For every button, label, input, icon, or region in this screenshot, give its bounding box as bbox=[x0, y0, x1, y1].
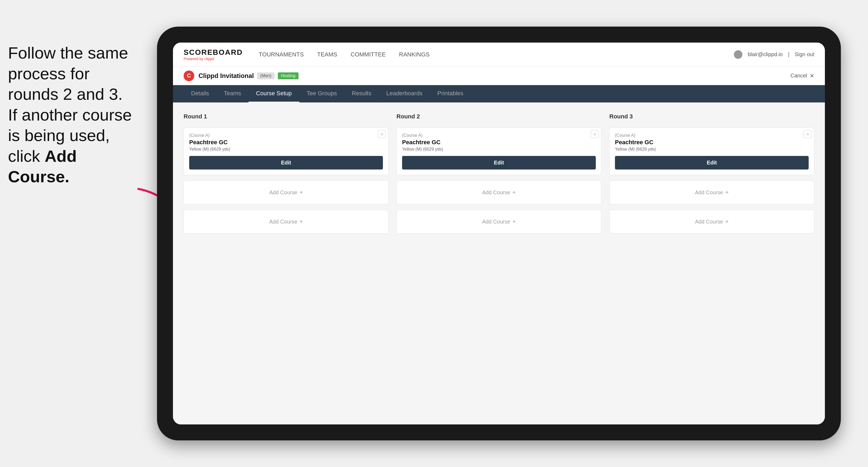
event-logo-icon: C bbox=[184, 70, 194, 81]
round-2-title: Round 2 bbox=[397, 113, 601, 120]
round-3-course-card-wrapper: (Course A) Peachtree GC Yellow (M) (6629… bbox=[609, 127, 814, 175]
round-3-add-course-plus-2: + bbox=[725, 218, 728, 225]
add-course-emphasis: Add Course. bbox=[8, 147, 76, 186]
tablet-frame: SCOREBOARD Powered by clippd TOURNAMENTS… bbox=[157, 27, 841, 440]
round-1-course-card-wrapper: (Course A) Peachtree GC Yellow (M) (6629… bbox=[184, 127, 389, 175]
sign-out-link[interactable]: Sign out bbox=[795, 51, 814, 58]
tablet-screen: SCOREBOARD Powered by clippd TOURNAMENTS… bbox=[173, 42, 825, 425]
round-3-course-details: Yellow (M) (6629 yds) bbox=[615, 147, 809, 152]
nav-pipe: | bbox=[788, 51, 789, 58]
main-content: Round 1 (Course A) Peachtree GC Yellow (… bbox=[173, 102, 825, 425]
round-3-course-label: (Course A) bbox=[615, 133, 809, 138]
logo-sub: Powered by clippd bbox=[184, 57, 243, 61]
round-3-column: Round 3 (Course A) Peachtree GC Yellow (… bbox=[609, 113, 814, 234]
round-3-add-course-card-2[interactable]: Add Course + bbox=[609, 210, 814, 234]
round-2-add-course-plus-1: + bbox=[512, 189, 516, 196]
nav-committee[interactable]: COMMITTEE bbox=[351, 51, 386, 58]
round-2-remove-button[interactable]: ○ bbox=[591, 130, 599, 138]
sub-header: C Clippd Invitational (Men) Hosting Canc… bbox=[173, 66, 825, 85]
nav-right: blair@clippd.io | Sign out bbox=[734, 50, 814, 59]
tab-leaderboards[interactable]: Leaderboards bbox=[379, 85, 430, 102]
round-2-add-course-card-1[interactable]: Add Course + bbox=[397, 180, 601, 205]
logo-scoreboard: SCOREBOARD bbox=[184, 48, 243, 57]
user-avatar bbox=[734, 50, 742, 59]
event-gender-badge: (Men) bbox=[257, 72, 275, 79]
nav-teams[interactable]: TEAMS bbox=[317, 51, 337, 58]
nav-rankings[interactable]: RANKINGS bbox=[399, 51, 430, 58]
round-2-course-details: Yellow (M) (6629 yds) bbox=[402, 147, 596, 152]
round-3-add-course-label-1: Add Course bbox=[695, 189, 723, 195]
round-1-add-course-plus-2: + bbox=[299, 218, 303, 225]
tab-course-setup[interactable]: Course Setup bbox=[249, 85, 299, 102]
tabs-bar: Details Teams Course Setup Tee Groups Re… bbox=[173, 85, 825, 102]
round-2-add-course-plus-2: + bbox=[512, 218, 516, 225]
nav-tournaments[interactable]: TOURNAMENTS bbox=[259, 51, 304, 58]
round-1-add-course-card-2[interactable]: Add Course + bbox=[184, 210, 389, 234]
rounds-grid: Round 1 (Course A) Peachtree GC Yellow (… bbox=[184, 113, 814, 234]
tab-tee-groups[interactable]: Tee Groups bbox=[299, 85, 345, 102]
round-1-title: Round 1 bbox=[184, 113, 389, 120]
tab-results[interactable]: Results bbox=[344, 85, 379, 102]
round-2-add-course-card-2[interactable]: Add Course + bbox=[397, 210, 601, 234]
cancel-x-icon[interactable]: ✕ bbox=[810, 73, 814, 79]
round-3-add-course-label-2: Add Course bbox=[695, 219, 723, 225]
round-3-title: Round 3 bbox=[609, 113, 814, 120]
round-2-add-course-label-2: Add Course bbox=[482, 219, 510, 225]
round-2-course-label: (Course A) bbox=[402, 133, 596, 138]
instruction-panel: Follow the same process for rounds 2 and… bbox=[0, 42, 149, 187]
round-1-add-course-label-2: Add Course bbox=[269, 219, 298, 225]
tab-details[interactable]: Details bbox=[184, 85, 216, 102]
round-3-remove-button[interactable]: ○ bbox=[804, 130, 812, 138]
round-3-add-course-card-1[interactable]: Add Course + bbox=[609, 180, 814, 205]
event-name: Clippd Invitational bbox=[198, 72, 254, 80]
round-2-column: Round 2 (Course A) Peachtree GC Yellow (… bbox=[397, 113, 601, 234]
hosting-badge: Hosting bbox=[278, 72, 299, 79]
cancel-button[interactable]: Cancel bbox=[790, 73, 807, 79]
tab-teams[interactable]: Teams bbox=[216, 85, 249, 102]
top-navigation: SCOREBOARD Powered by clippd TOURNAMENTS… bbox=[173, 42, 825, 66]
round-2-course-name: Peachtree GC bbox=[402, 139, 596, 146]
tab-printables[interactable]: Printables bbox=[430, 85, 471, 102]
round-3-edit-button[interactable]: Edit bbox=[615, 156, 809, 169]
round-2-course-card-wrapper: (Course A) Peachtree GC Yellow (M) (6629… bbox=[397, 127, 601, 175]
round-1-column: Round 1 (Course A) Peachtree GC Yellow (… bbox=[184, 113, 389, 234]
round-2-course-card: (Course A) Peachtree GC Yellow (M) (6629… bbox=[397, 127, 601, 175]
round-1-course-name: Peachtree GC bbox=[189, 139, 383, 146]
round-3-course-name: Peachtree GC bbox=[615, 139, 809, 146]
round-1-remove-button[interactable]: ○ bbox=[378, 130, 386, 138]
round-1-course-card: (Course A) Peachtree GC Yellow (M) (6629… bbox=[184, 127, 389, 175]
round-2-add-course-label-1: Add Course bbox=[482, 189, 510, 195]
round-1-add-course-card-1[interactable]: Add Course + bbox=[184, 180, 389, 205]
round-2-edit-button[interactable]: Edit bbox=[402, 156, 596, 169]
round-1-add-course-label-1: Add Course bbox=[269, 189, 298, 195]
round-1-course-label: (Course A) bbox=[189, 133, 383, 138]
sub-header-right: Cancel ✕ bbox=[790, 73, 814, 79]
logo-area: SCOREBOARD Powered by clippd bbox=[184, 48, 243, 61]
round-3-course-card: (Course A) Peachtree GC Yellow (M) (6629… bbox=[609, 127, 814, 175]
round-3-add-course-plus-1: + bbox=[725, 189, 728, 196]
user-email: blair@clippd.io bbox=[748, 51, 783, 58]
nav-links: TOURNAMENTS TEAMS COMMITTEE RANKINGS bbox=[259, 51, 734, 58]
round-1-add-course-plus-1: + bbox=[299, 189, 303, 196]
round-1-edit-button[interactable]: Edit bbox=[189, 156, 383, 169]
instruction-text-content: Follow the same process for rounds 2 and… bbox=[8, 44, 132, 186]
round-1-course-details: Yellow (M) (6629 yds) bbox=[189, 147, 383, 152]
